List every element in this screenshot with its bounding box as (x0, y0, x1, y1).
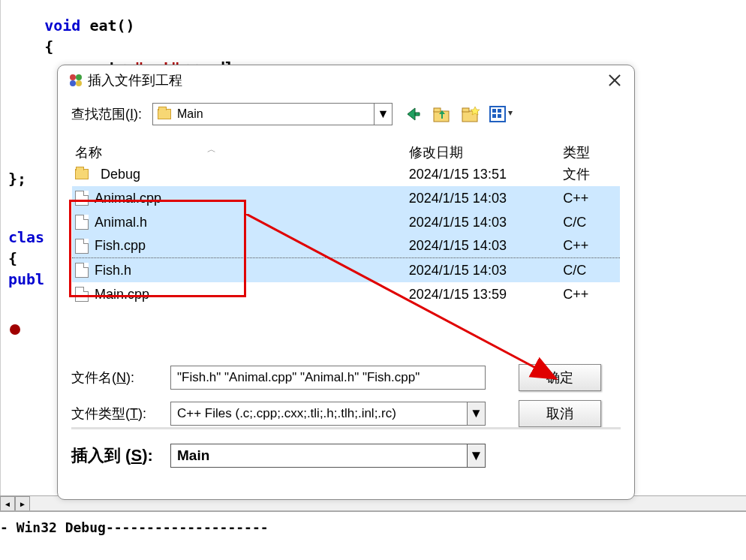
location-toolbar: 查找范围(I): Main ▼ (58, 95, 634, 133)
svg-rect-5 (434, 108, 441, 112)
app-icon (68, 73, 83, 88)
file-row[interactable]: Main.cpp 2024/1/15 13:59 C++ (72, 282, 620, 306)
location-dropdown[interactable]: Main ▼ (152, 103, 393, 125)
sort-asc-icon: ︿ (207, 143, 216, 156)
insert-files-dialog: 插入文件到工程 查找范围(I): Main ▼ 名称︿ 修改日期 类型 Debu… (57, 65, 635, 500)
insert-to-label: 插入到 (S): (71, 444, 154, 467)
new-folder-icon[interactable] (460, 105, 481, 123)
column-name[interactable]: 名称︿ (72, 143, 409, 161)
file-list[interactable]: 名称︿ 修改日期 类型 Debug 2024/1/15 13:51 文件 Ani… (71, 139, 621, 349)
filetype-label: 文件类型(T): (71, 405, 154, 423)
file-row[interactable]: Animal.h 2024/1/15 14:03 C/C (72, 210, 620, 234)
file-row[interactable]: Animal.cpp 2024/1/15 14:03 C++ (72, 186, 620, 210)
location-label: 查找范围(I): (71, 105, 142, 123)
nav-toolbar (403, 105, 514, 123)
filetype-dropdown[interactable]: C++ Files (.c;.cpp;.cxx;.tli;.h;.tlh;.in… (170, 402, 486, 426)
up-folder-icon[interactable] (432, 105, 453, 123)
svg-point-1 (76, 74, 82, 80)
svg-point-2 (70, 80, 76, 86)
file-icon (75, 191, 89, 206)
output-panel: - Win32 Debug-------------------- (0, 510, 746, 560)
file-icon (75, 239, 89, 254)
folder-icon (158, 109, 171, 119)
folder-icon (75, 169, 89, 179)
scroll-right-icon[interactable]: ► (15, 496, 30, 511)
chevron-down-icon[interactable]: ▼ (374, 104, 392, 125)
view-menu-icon[interactable] (489, 105, 514, 123)
file-icon (75, 263, 89, 278)
close-icon[interactable] (606, 71, 624, 89)
insert-to-dropdown[interactable]: Main ▼ (170, 444, 486, 468)
svg-rect-12 (498, 114, 501, 118)
dialog-title: 插入文件到工程 (88, 71, 182, 89)
ok-button[interactable]: 确定 (519, 364, 601, 391)
svg-rect-9 (492, 109, 496, 113)
svg-rect-7 (462, 108, 469, 112)
svg-point-3 (76, 80, 82, 86)
file-row[interactable]: Debug 2024/1/15 13:51 文件 (72, 162, 620, 186)
divider (71, 427, 621, 429)
file-row[interactable]: Fish.cpp 2024/1/15 14:03 C++ (72, 234, 620, 258)
dialog-titlebar: 插入文件到工程 (58, 65, 634, 95)
file-icon (75, 287, 89, 302)
scroll-left-icon[interactable]: ◄ (0, 496, 15, 511)
filename-label: 文件名(N): (71, 369, 154, 387)
filename-input[interactable] (170, 366, 486, 390)
svg-rect-11 (492, 114, 496, 118)
file-icon (75, 215, 89, 230)
chevron-down-icon[interactable]: ▼ (467, 444, 485, 467)
file-row[interactable]: Fish.h 2024/1/15 14:03 C/C (72, 258, 620, 282)
column-date[interactable]: 修改日期 (409, 143, 563, 161)
column-type[interactable]: 类型 (563, 143, 620, 161)
breakpoint-marker (10, 324, 20, 335)
svg-rect-10 (498, 109, 501, 113)
list-header[interactable]: 名称︿ 修改日期 类型 (72, 140, 620, 162)
cancel-button[interactable]: 取消 (519, 400, 601, 427)
svg-point-0 (70, 74, 76, 80)
back-icon[interactable] (403, 105, 424, 123)
chevron-down-icon[interactable]: ▼ (467, 402, 485, 425)
